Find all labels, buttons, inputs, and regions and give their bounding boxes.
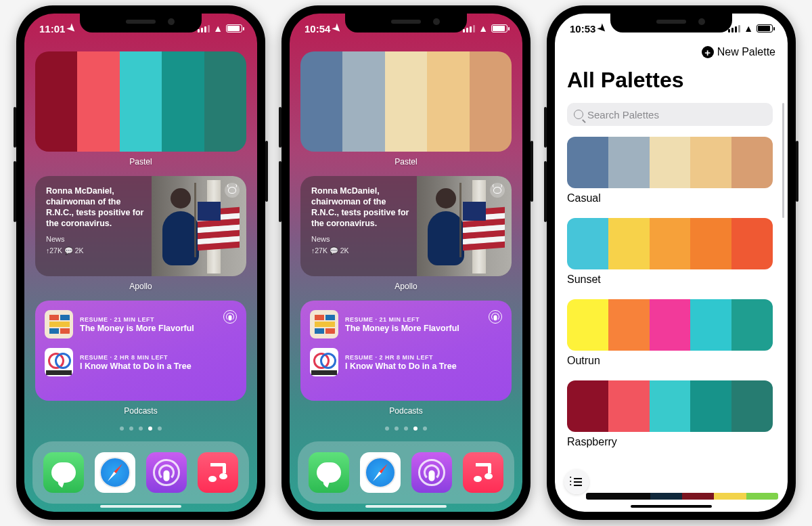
podcasts-widget[interactable]: RESUME · 21 MIN LEFT The Money is More F…: [35, 301, 246, 401]
palette-swatches: [567, 137, 773, 188]
apollo-widget[interactable]: Ronna McDaniel, chairwoman of the R.N.C.…: [35, 176, 246, 276]
widget-label-podcasts: Podcasts: [300, 406, 512, 416]
wifi-icon: ▲: [744, 23, 753, 34]
messages-app-icon[interactable]: [43, 452, 84, 493]
podcast-meta: RESUME · 2 HR 8 MIN LEFT: [80, 354, 191, 361]
palette-item[interactable]: Casual: [567, 137, 773, 204]
podcasts-app-icon[interactable]: [146, 452, 187, 493]
battery-icon: [757, 24, 773, 32]
widget-label-podcasts: Podcasts: [35, 406, 246, 416]
dock: [298, 441, 514, 504]
palette-name: Outrun: [567, 355, 773, 367]
podcasts-app-icon[interactable]: [411, 452, 452, 493]
safari-app-icon[interactable]: [95, 452, 135, 493]
page-indicator[interactable]: [24, 426, 257, 431]
podcast-title: I Know What to Do in a Tree: [80, 361, 191, 371]
notch: [345, 14, 467, 32]
podcast-artwork: [45, 348, 73, 376]
page-title: All Palettes: [567, 68, 684, 93]
podcast-meta: RESUME · 2 HR 8 MIN LEFT: [345, 354, 457, 361]
home-indicator[interactable]: [100, 505, 181, 508]
pastel-app-screen[interactable]: 10:53➤ ▲ + New Palette All Palettes Sear…: [555, 14, 788, 512]
dock: [32, 441, 249, 504]
new-palette-button[interactable]: + New Palette: [702, 46, 775, 58]
safari-app-icon[interactable]: [360, 452, 401, 493]
apollo-headline: Ronna McDaniel, chairwoman of the R.N.C.…: [46, 185, 145, 229]
phone-2: 10:54➤ ▲ Pastel Ronna McDaniel, chairwom…: [281, 5, 531, 520]
location-icon: ➤: [65, 21, 80, 36]
podcast-item[interactable]: RESUME · 2 HR 8 MIN LEFT I Know What to …: [310, 348, 502, 376]
palette-name: Sunset: [567, 273, 773, 286]
page-indicator[interactable]: [290, 426, 522, 431]
podcast-item[interactable]: RESUME · 2 HR 8 MIN LEFT I Know What to …: [45, 348, 237, 376]
wifi-icon: ▲: [213, 23, 223, 34]
pastel-widget[interactable]: [300, 51, 512, 152]
podcast-item[interactable]: RESUME · 21 MIN LEFT The Money is More F…: [45, 310, 237, 338]
palette-item[interactable]: Outrun: [567, 299, 773, 367]
palette-item[interactable]: Raspberry: [567, 380, 773, 448]
search-icon: [574, 110, 583, 119]
home-indicator[interactable]: [631, 505, 712, 508]
palette-name: Casual: [567, 192, 773, 204]
battery-icon: [491, 24, 508, 32]
podcast-artwork: [310, 348, 338, 376]
podcasts-icon: [223, 310, 237, 324]
apollo-headline: Ronna McDaniel, chairwoman of the R.N.C.…: [311, 185, 410, 229]
bottom-palette-strip[interactable]: [586, 493, 778, 500]
apollo-source: News: [311, 234, 410, 244]
podcast-artwork: [310, 310, 338, 338]
podcasts-icon: [489, 310, 502, 324]
new-palette-label: New Palette: [717, 46, 775, 58]
music-app-icon[interactable]: [198, 452, 238, 493]
phone-3: 10:53➤ ▲ + New Palette All Palettes Sear…: [547, 5, 796, 520]
scroll-indicator[interactable]: [782, 103, 784, 218]
podcast-title: The Money is More Flavorful: [80, 324, 194, 333]
palette-swatches: [567, 299, 773, 351]
status-time: 10:54: [304, 23, 330, 35]
podcast-meta: RESUME · 21 MIN LEFT: [345, 316, 459, 323]
podcast-artwork: [45, 310, 73, 338]
messages-app-icon[interactable]: [309, 452, 349, 493]
podcast-title: I Know What to Do in a Tree: [345, 361, 457, 371]
apollo-widget[interactable]: Ronna McDaniel, chairwoman of the R.N.C.…: [300, 176, 512, 276]
search-input[interactable]: Search Palettes: [567, 103, 773, 126]
location-icon: ➤: [595, 21, 610, 36]
home-screen-2[interactable]: 10:54➤ ▲ Pastel Ronna McDaniel, chairwom…: [290, 14, 522, 512]
widget-label-pastel: Pastel: [300, 157, 512, 167]
three-phone-layout: 11:01➤ ▲ Pastel Ronna McDaniel, chairwom…: [0, 0, 812, 525]
reddit-icon: [225, 183, 240, 198]
reddit-icon: [490, 183, 505, 198]
search-placeholder: Search Palettes: [587, 109, 659, 120]
palette-swatches: [35, 51, 246, 152]
widget-label-pastel: Pastel: [35, 157, 246, 167]
palette-name: Raspberry: [567, 436, 773, 448]
home-indicator[interactable]: [365, 505, 447, 508]
podcast-item[interactable]: RESUME · 21 MIN LEFT The Money is More F…: [310, 310, 502, 338]
podcast-meta: RESUME · 21 MIN LEFT: [80, 316, 194, 323]
apollo-meta: ↑27K 💬 2K: [46, 246, 145, 255]
apollo-meta: ↑27K 💬 2K: [311, 246, 410, 255]
status-time: 11:01: [39, 23, 65, 35]
palette-swatches: [300, 51, 512, 152]
music-app-icon[interactable]: [463, 452, 503, 493]
podcast-title: The Money is More Flavorful: [345, 324, 459, 333]
podcasts-widget[interactable]: RESUME · 21 MIN LEFT The Money is More F…: [300, 301, 512, 401]
palette-item[interactable]: Sunset: [567, 218, 773, 286]
location-icon: ➤: [330, 21, 345, 36]
pastel-widget[interactable]: [35, 51, 246, 152]
home-screen-1[interactable]: 11:01➤ ▲ Pastel Ronna McDaniel, chairwom…: [24, 14, 257, 512]
apollo-image: [152, 176, 246, 276]
apollo-image: [417, 176, 512, 276]
list-view-button[interactable]: [564, 470, 589, 494]
palette-list[interactable]: CasualSunsetOutrunRaspberry: [567, 137, 773, 491]
plus-icon: +: [702, 46, 714, 58]
battery-icon: [226, 24, 242, 32]
palette-swatches: [567, 218, 773, 269]
status-time: 10:53: [570, 23, 595, 35]
phone-1: 11:01➤ ▲ Pastel Ronna McDaniel, chairwom…: [16, 5, 265, 520]
widget-label-apollo: Apollo: [35, 282, 246, 291]
notch: [80, 14, 202, 32]
palette-swatches: [567, 380, 773, 432]
widget-label-apollo: Apollo: [300, 282, 512, 291]
wifi-icon: ▲: [478, 23, 488, 34]
